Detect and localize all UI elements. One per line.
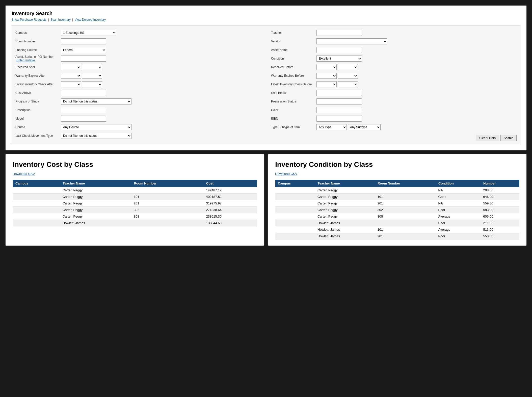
inventory-cost-panel: Inventory Cost by Class Download CSV Cam… (5, 154, 264, 246)
warranty-expires-after-date (61, 73, 102, 79)
cell-cost: 319975.97 (203, 200, 257, 206)
received-before-month[interactable] (316, 64, 337, 70)
cell-teacher: Howlett, James (60, 220, 131, 226)
room-number-row: Room Number (15, 38, 261, 45)
warranty-expires-before-label: Warranty Expires Before (271, 74, 316, 77)
isbn-row: ISBN (271, 115, 517, 122)
scan-inventory-link[interactable]: Scan Inventory (50, 18, 71, 21)
col-cost: Cost (203, 180, 257, 187)
latest-inventory-check-before-label: Latest Inventory Check Before (271, 83, 316, 86)
col-teacher-name: Teacher Name (60, 180, 131, 187)
received-after-year[interactable] (82, 64, 102, 70)
cell-room: 201 (375, 233, 436, 239)
color-row: Color (271, 107, 517, 114)
inventory-condition-download-link[interactable]: Download CSV (275, 172, 297, 176)
col-room-number: Room Number (131, 180, 203, 187)
cell-room: 302 (131, 206, 203, 213)
isbn-label: ISBN (271, 117, 316, 120)
vendor-select[interactable] (316, 38, 387, 44)
cond-col-room-number: Room Number (375, 180, 436, 187)
view-deleted-inventory-link[interactable]: View Deleted Inventory (75, 18, 106, 21)
cell-number: 646.00 (481, 193, 519, 200)
cost-below-label: Cost Below (271, 91, 316, 95)
color-input[interactable] (316, 107, 362, 113)
cell-campus (13, 220, 60, 226)
cell-cost: 271838.64 (203, 206, 257, 213)
room-number-label: Room Number (15, 40, 61, 43)
cell-teacher: Carter, Peggy (60, 213, 131, 220)
condition-select[interactable]: Excellent (316, 56, 362, 62)
model-input[interactable] (61, 116, 106, 122)
col-campus: Campus (13, 180, 60, 187)
warranty-expires-after-year[interactable] (82, 73, 102, 79)
enter-multiple-link[interactable]: Enter multiple (16, 59, 35, 62)
last-check-movement-type-select[interactable]: Do not filter on this status (61, 133, 131, 139)
cell-teacher: Carter, Peggy (315, 213, 375, 220)
funding-source-select[interactable]: Federal (61, 47, 106, 53)
received-before-label: Received Before (271, 65, 316, 69)
table-row: Carter, Peggy 201 319975.97 (13, 200, 257, 206)
program-of-study-select[interactable]: Do not filter on this status (61, 98, 131, 104)
asset-name-label: Asset Name (271, 48, 316, 52)
latest-check-after-month[interactable] (61, 81, 81, 87)
teacher-input[interactable] (316, 30, 362, 36)
isbn-input[interactable] (316, 116, 362, 122)
cell-number: 583.00 (481, 206, 519, 213)
vendor-label: Vendor (271, 40, 316, 43)
received-after-month[interactable] (61, 64, 81, 70)
cost-above-input[interactable] (61, 90, 106, 96)
cell-campus (275, 200, 315, 206)
table-row: Carter, Peggy 302 Poor 583.00 (275, 206, 519, 213)
warranty-expires-before-year[interactable] (338, 73, 358, 79)
inventory-cost-download-link[interactable]: Download CSV (13, 172, 35, 176)
condition-table-header-row: Campus Teacher Name Room Number Conditio… (275, 180, 519, 187)
course-select[interactable]: Any Course (61, 124, 131, 130)
cond-col-number: Number (481, 180, 519, 187)
asset-serial-input[interactable] (61, 56, 106, 62)
cell-room: 302 (375, 206, 436, 213)
subtype-select[interactable]: Any Subtype (348, 124, 381, 130)
cost-above-label: Cost Above (15, 91, 61, 95)
received-before-date (316, 64, 358, 70)
latest-check-after-year[interactable] (82, 81, 102, 87)
cell-room: 201 (131, 200, 203, 206)
clear-filters-button[interactable]: Clear Filters (476, 135, 499, 141)
warranty-expires-after-month[interactable] (61, 73, 81, 79)
latest-inventory-check-after-label: Latest Inventory Check After (15, 83, 61, 86)
latest-check-before-month[interactable] (316, 81, 337, 87)
cell-teacher: Carter, Peggy (60, 200, 131, 206)
cell-campus (13, 213, 60, 220)
cell-room (131, 187, 203, 193)
cell-campus (13, 200, 60, 206)
received-before-year[interactable] (338, 64, 358, 70)
asset-serial-label: Asset, Serial, or PO Number Enter multip… (15, 55, 61, 62)
possession-status-input[interactable] (316, 98, 362, 104)
program-of-study-label: Program of Study (15, 100, 61, 103)
campus-select[interactable]: 1 Eduthings HS (61, 30, 116, 36)
cell-room: 101 (375, 226, 436, 233)
warranty-expires-before-date (316, 73, 358, 79)
teacher-label: Teacher (271, 31, 316, 35)
table-row: Howlett, James Poor 211.00 (275, 220, 519, 226)
cell-campus (275, 213, 315, 220)
search-button[interactable]: Search (500, 135, 517, 141)
show-purchase-requests-link[interactable]: Show Purchase Requests (12, 18, 46, 21)
table-row: Carter, Peggy 101 Good 646.00 (275, 193, 519, 200)
cell-teacher: Howlett, James (315, 226, 375, 233)
latest-check-before-year[interactable] (338, 81, 358, 87)
cell-room (375, 187, 436, 193)
table-row: Carter, Peggy 808 Average 606.00 (275, 213, 519, 220)
funding-source-row: Funding Source Federal (15, 46, 261, 54)
form-actions: Clear Filters Search (271, 135, 517, 141)
form-right-col: Teacher Vendor Asset Name Condition (266, 29, 517, 141)
room-number-input[interactable] (61, 38, 106, 44)
description-input[interactable] (61, 107, 106, 113)
table-row: Carter, Peggy 142487.12 (13, 187, 257, 193)
asset-name-input[interactable] (316, 47, 362, 53)
cell-number: 208.00 (481, 187, 519, 193)
cost-below-input[interactable] (316, 90, 362, 96)
type-select[interactable]: Any Type (316, 124, 347, 130)
cell-teacher: Carter, Peggy (315, 193, 375, 200)
warranty-expires-before-month[interactable] (316, 73, 337, 79)
cell-teacher: Carter, Peggy (60, 206, 131, 213)
